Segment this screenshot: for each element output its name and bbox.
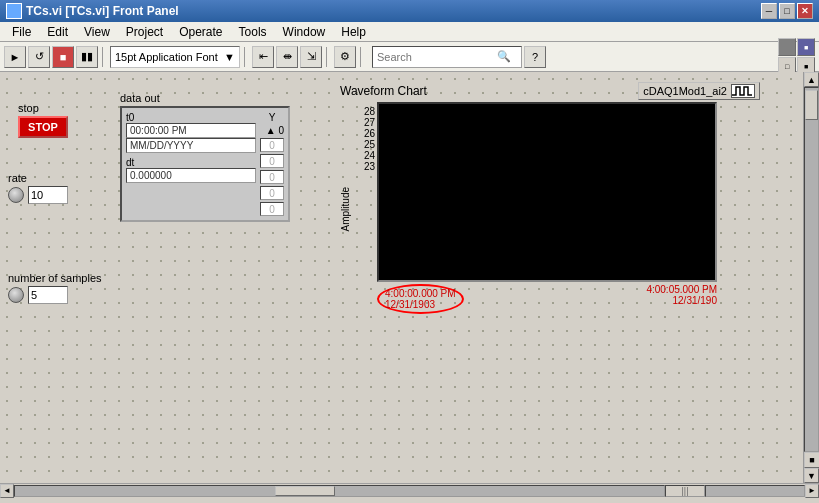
- date-end: 12/31/190: [673, 295, 718, 306]
- menu-help[interactable]: Help: [333, 23, 374, 41]
- samples-control: number of samples 5: [8, 272, 102, 304]
- y-col: Y ▲ 0 0 0 0 0 0: [260, 112, 284, 216]
- run-cont-btn[interactable]: ↺: [28, 46, 50, 68]
- y-header: Y: [260, 112, 284, 123]
- t0-label: t0: [126, 112, 256, 123]
- samples-input-row: 5: [8, 286, 102, 304]
- wave-icon: [731, 84, 755, 98]
- vscroll-thumb[interactable]: [805, 90, 818, 120]
- samples-knob[interactable]: [8, 287, 24, 303]
- y-tick-28: 28: [353, 106, 377, 117]
- search-box[interactable]: 🔍: [372, 46, 522, 68]
- channel-selector[interactable]: cDAQ1Mod1_ai2: [638, 82, 760, 100]
- resize-handle[interactable]: ■: [804, 452, 819, 468]
- y-axis-label: Amplitude: [340, 187, 351, 231]
- maximize-button[interactable]: □: [779, 3, 795, 19]
- window-title: TCs.vi [TCs.vi] Front Panel: [26, 4, 179, 18]
- samples-value[interactable]: 5: [28, 286, 68, 304]
- chart-wrapper: Amplitude 28 27 26 25 24 23 4:00:00.000 …: [340, 102, 760, 316]
- chart-right: 4:00:00.000 PM 12/31/1903 4:00:05.000 PM…: [377, 102, 760, 316]
- date-start: 12/31/1903: [385, 299, 435, 310]
- font-arrow-icon: ▼: [224, 51, 235, 63]
- y-tick-25: 25: [353, 139, 377, 150]
- data-out-box: t0 00:00:00 PM MM/DD/YYYY dt 0.000000 Y …: [120, 106, 290, 222]
- menu-operate[interactable]: Operate: [171, 23, 230, 41]
- hscroll-track[interactable]: [14, 485, 665, 497]
- scroll-down-btn[interactable]: ▼: [804, 468, 819, 483]
- data-out-label: data out: [120, 92, 290, 104]
- y-tick-24: 24: [353, 150, 377, 161]
- stop-control: stop STOP: [18, 102, 68, 138]
- font-name: 15pt Application Font: [115, 51, 218, 63]
- icon-btn-1[interactable]: [778, 38, 796, 56]
- vscroll-track[interactable]: [804, 87, 819, 452]
- resize-btn[interactable]: ⇲: [300, 46, 322, 68]
- sep1: [102, 47, 106, 67]
- toolbar: ► ↺ ■ ▮▮ 15pt Application Font ▼ ⇤ ⇼ ⇲ ⚙…: [0, 42, 819, 72]
- stop-label: stop: [18, 102, 68, 114]
- menu-tools[interactable]: Tools: [231, 23, 275, 41]
- y-val-4: 0: [260, 202, 284, 216]
- menu-project[interactable]: Project: [118, 23, 171, 41]
- chart-canvas[interactable]: [377, 102, 717, 282]
- sep4: [360, 47, 364, 67]
- sep3: [326, 47, 330, 67]
- font-selector[interactable]: 15pt Application Font ▼: [110, 46, 240, 68]
- channel-name: cDAQ1Mod1_ai2: [643, 85, 727, 97]
- y-tick-23: 23: [353, 161, 377, 172]
- chart-bottom: 4:00:00.000 PM 12/31/1903 4:00:05.000 PM…: [377, 282, 717, 316]
- y-val-1: 0: [260, 154, 284, 168]
- y-ticks-col: 28 27 26 25 24 23: [353, 102, 377, 172]
- scroll-left-btn[interactable]: ◄: [0, 484, 14, 498]
- menu-view[interactable]: View: [76, 23, 118, 41]
- close-button[interactable]: ✕: [797, 3, 813, 19]
- scroll-right-btn[interactable]: ►: [805, 484, 819, 498]
- time-start: 4:00:00.000 PM: [385, 288, 456, 299]
- t0-date-value: MM/DD/YYYY: [126, 138, 256, 153]
- title-bar: TCs.vi [TCs.vi] Front Panel ─ □ ✕: [0, 0, 819, 22]
- stop-button[interactable]: STOP: [18, 116, 68, 138]
- time-end-container: 4:00:05.000 PM 12/31/190: [646, 284, 717, 314]
- scroll-up-btn[interactable]: ▲: [804, 72, 819, 87]
- run-arrow-btn[interactable]: ►: [4, 46, 26, 68]
- abort-btn[interactable]: ■: [52, 46, 74, 68]
- y-val-3: 0: [260, 186, 284, 200]
- menu-window[interactable]: Window: [275, 23, 334, 41]
- rate-knob[interactable]: [8, 187, 24, 203]
- right-scrollbar: ▲ ■ ▼: [803, 72, 819, 483]
- search-input[interactable]: [377, 51, 497, 63]
- distribute-btn[interactable]: ⇼: [276, 46, 298, 68]
- app-icon: [6, 3, 22, 19]
- icon-btn-2[interactable]: ■: [797, 38, 815, 56]
- data-main-row: t0 00:00:00 PM MM/DD/YYYY dt 0.000000 Y …: [126, 112, 284, 216]
- waveform-header: Waveform Chart cDAQ1Mod1_ai2: [340, 82, 760, 100]
- time-start-container: 4:00:00.000 PM 12/31/1903: [377, 284, 464, 314]
- dt-value: 0.000000: [126, 168, 256, 183]
- bottom-scrollbar: ◄ ||| ►: [0, 483, 819, 497]
- hscroll-track-right[interactable]: [705, 485, 805, 497]
- pause-btn[interactable]: ▮▮: [76, 46, 98, 68]
- tools-btn[interactable]: ⚙: [334, 46, 356, 68]
- data-left-col: t0 00:00:00 PM MM/DD/YYYY dt 0.000000: [126, 112, 256, 216]
- y-val-0: 0: [260, 138, 284, 152]
- main-area: stop STOP rate 10 number of samples 5 0: [0, 72, 819, 483]
- y-tick-26: 26: [353, 128, 377, 139]
- help-button[interactable]: ?: [524, 46, 546, 68]
- minimize-button[interactable]: ─: [761, 3, 777, 19]
- time-start-circle: 4:00:00.000 PM 12/31/1903: [377, 284, 464, 314]
- y-val-2: 0: [260, 170, 284, 184]
- y-label-top: 0: [278, 125, 284, 136]
- samples-label: number of samples: [8, 272, 102, 284]
- hscroll-thumb[interactable]: [275, 486, 335, 496]
- search-icon: 🔍: [497, 50, 511, 63]
- sep2: [244, 47, 248, 67]
- menu-file[interactable]: File: [4, 23, 39, 41]
- rate-control: rate 10: [8, 172, 68, 204]
- rate-value[interactable]: 10: [28, 186, 68, 204]
- menu-bar: File Edit View Project Operate Tools Win…: [0, 22, 819, 42]
- data-out-container: data out t0 00:00:00 PM MM/DD/YYYY dt 0.…: [120, 92, 290, 222]
- menu-edit[interactable]: Edit: [39, 23, 76, 41]
- icon-grid: ■ □ ■: [778, 38, 815, 75]
- align-btn[interactable]: ⇤: [252, 46, 274, 68]
- scroll-center-indicator: |||: [665, 485, 705, 497]
